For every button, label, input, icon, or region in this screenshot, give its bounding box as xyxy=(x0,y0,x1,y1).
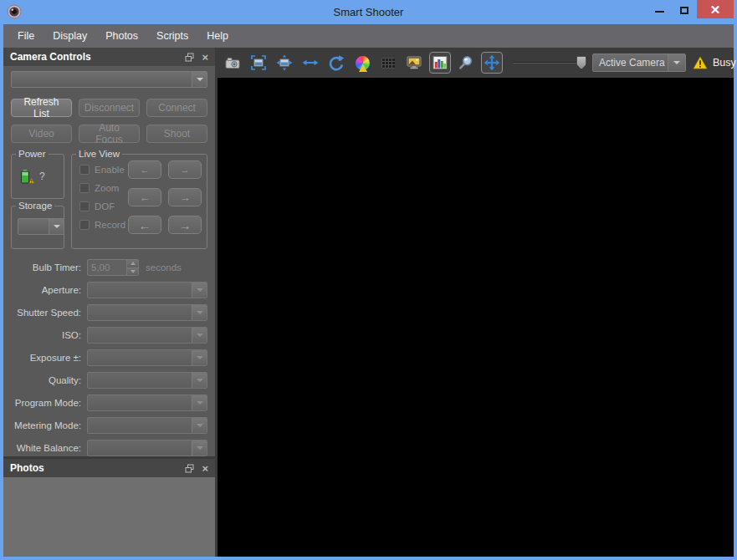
quality-label: Quality: xyxy=(11,375,81,385)
enable-checkbox[interactable] xyxy=(79,165,90,175)
chevron-down-icon xyxy=(197,446,203,450)
live-view-right-button-3[interactable]: → xyxy=(168,216,202,234)
camera-list-select[interactable] xyxy=(11,71,207,88)
aperture-label: Aperture: xyxy=(11,285,81,295)
metering-mode-dropdown-arrow[interactable] xyxy=(192,418,207,433)
zoom-checkbox[interactable] xyxy=(79,183,90,193)
live-view-left-button-2[interactable]: ← xyxy=(128,188,161,206)
bulb-timer-up-button[interactable] xyxy=(127,260,138,268)
spin-up-icon xyxy=(131,262,136,265)
minimize-icon xyxy=(655,11,664,13)
shoot-button[interactable]: Shoot xyxy=(146,125,207,143)
storage-select[interactable] xyxy=(18,218,64,235)
menu-file[interactable]: File xyxy=(8,30,44,42)
maximize-icon xyxy=(680,7,688,14)
shutter-speed-value xyxy=(88,305,192,320)
quality-dropdown-arrow[interactable] xyxy=(192,373,207,388)
live-view-left-button-1[interactable]: ← xyxy=(128,160,161,179)
menu-photos[interactable]: Photos xyxy=(96,30,147,42)
thumbnail-grid-button[interactable] xyxy=(377,52,399,74)
auto-focus-button[interactable]: Auto Focus xyxy=(79,125,140,143)
connect-button[interactable]: Connect xyxy=(146,99,207,117)
metering-mode-label: Metering Mode: xyxy=(11,420,81,430)
camera-icon xyxy=(224,54,241,71)
disconnect-button[interactable]: Disconnect xyxy=(79,99,140,117)
pan-tool-button[interactable] xyxy=(481,52,503,74)
chevron-down-icon xyxy=(673,61,680,64)
storage-select-value xyxy=(18,219,49,234)
menu-help[interactable]: Help xyxy=(197,30,238,42)
dof-checkbox[interactable] xyxy=(79,201,90,211)
program-mode-dropdown-arrow[interactable] xyxy=(192,395,207,410)
live-view-group-label: Live View xyxy=(76,149,122,160)
iso-dropdown-arrow[interactable] xyxy=(192,328,207,343)
iso-label: ISO: xyxy=(11,330,81,340)
menu-scripts[interactable]: Scripts xyxy=(147,30,197,42)
capture-photo-button[interactable] xyxy=(222,52,243,74)
shutter-speed-select[interactable] xyxy=(87,304,207,321)
float-panel-icon[interactable] xyxy=(185,53,194,62)
white-balance-select[interactable] xyxy=(87,440,207,456)
record-checkbox[interactable] xyxy=(79,220,90,230)
quality-select[interactable] xyxy=(87,372,207,389)
iso-select[interactable] xyxy=(87,327,207,344)
refresh-list-button[interactable]: Refresh List xyxy=(11,99,72,117)
close-panel-icon[interactable]: × xyxy=(202,463,208,474)
live-view-right-button-1[interactable]: → xyxy=(168,160,202,179)
toolbar: Active Camera Busy xyxy=(215,48,734,78)
camera-controls-title: Camera Controls xyxy=(10,51,185,63)
histogram-toggle-button[interactable] xyxy=(429,52,451,74)
bulb-timer-spinbox[interactable] xyxy=(87,259,139,276)
close-icon: ✕ xyxy=(710,3,721,16)
white-balance-dropdown-arrow[interactable] xyxy=(192,440,207,456)
power-status: ? xyxy=(39,171,45,182)
bulb-timer-down-button[interactable] xyxy=(127,268,138,276)
busy-label: Busy xyxy=(713,57,736,69)
display-output-button[interactable] xyxy=(403,52,425,74)
program-mode-label: Program Mode: xyxy=(11,398,81,408)
refresh-view-button[interactable] xyxy=(325,52,347,74)
shutter-speed-label: Shutter Speed: xyxy=(11,308,81,318)
live-view-left-button-3[interactable]: ← xyxy=(128,216,161,234)
active-camera-select[interactable]: Active Camera xyxy=(592,53,686,72)
close-panel-icon[interactable]: × xyxy=(202,52,208,63)
live-view-right-button-2[interactable]: → xyxy=(168,188,202,206)
active-camera-dropdown-arrow[interactable] xyxy=(668,54,685,71)
power-group-label: Power xyxy=(16,149,49,160)
aperture-select[interactable] xyxy=(87,282,207,298)
maximize-button[interactable] xyxy=(672,0,697,18)
left-dock: Camera Controls × Refresh List Disconne xyxy=(3,48,215,557)
zoom-checkbox-row: Zoom xyxy=(79,183,119,193)
program-mode-select[interactable] xyxy=(87,395,207,411)
monitor-icon xyxy=(406,54,422,71)
chevron-down-icon xyxy=(197,401,203,405)
slider-handle[interactable] xyxy=(576,56,586,69)
color-profile-button[interactable] xyxy=(351,52,373,74)
actual-size-button[interactable] xyxy=(299,52,321,74)
bulb-timer-input[interactable] xyxy=(88,260,126,275)
power-group: Power ? xyxy=(11,154,64,199)
metering-mode-select[interactable] xyxy=(87,417,207,434)
camera-controls-panel: Refresh List Disconnect Connect Video Au… xyxy=(3,66,215,456)
minimize-button[interactable] xyxy=(647,0,672,18)
zoom-tool-button[interactable] xyxy=(455,52,477,74)
fit-to-window-button[interactable] xyxy=(248,52,269,74)
chevron-down-icon xyxy=(197,379,203,382)
zoom-slider[interactable] xyxy=(513,55,586,70)
aperture-dropdown-arrow[interactable] xyxy=(192,283,207,298)
camera-list-dropdown-arrow[interactable] xyxy=(192,72,207,87)
menu-display[interactable]: Display xyxy=(44,30,96,42)
refresh-icon xyxy=(328,54,345,71)
close-button[interactable]: ✕ xyxy=(697,0,734,18)
video-button[interactable]: Video xyxy=(11,125,72,143)
chevron-down-icon xyxy=(197,311,203,314)
grid-view-icon xyxy=(381,57,396,69)
fit-to-width-button[interactable] xyxy=(274,52,295,74)
exposure-dropdown-arrow[interactable] xyxy=(192,350,207,365)
exposure-value xyxy=(88,350,192,365)
shutter-speed-dropdown-arrow[interactable] xyxy=(192,305,207,320)
storage-dropdown-arrow[interactable] xyxy=(49,219,64,234)
float-panel-icon[interactable] xyxy=(185,464,194,473)
exposure-select[interactable] xyxy=(87,349,207,366)
horizontal-arrows-icon xyxy=(302,54,319,71)
